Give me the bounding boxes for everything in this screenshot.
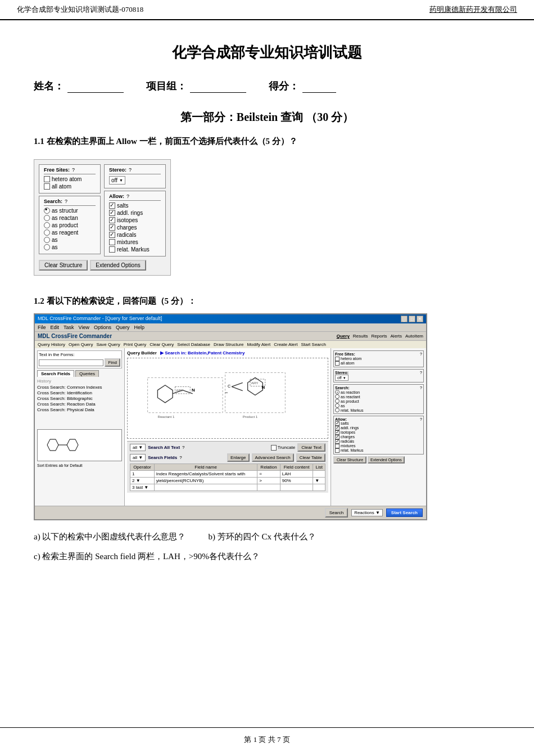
- nav-print-query[interactable]: Print Query: [124, 342, 146, 347]
- menu-task[interactable]: Task: [64, 325, 74, 330]
- search-all-text-select[interactable]: all ▼: [130, 444, 146, 451]
- cross-search-biblio[interactable]: Cross Search: Bibliographic: [37, 396, 122, 401]
- main-title: 化学合成部专业知识培训试题: [34, 43, 500, 62]
- project-input[interactable]: [190, 80, 246, 93]
- table-row: 2 ▼ yield/percent(RCUNYB) > 90% ▼: [130, 478, 325, 484]
- sub-q-b: b) 芳环的四个 Cx 代表什么？: [208, 532, 315, 542]
- extended-options-button[interactable]: Extended Options: [90, 260, 146, 271]
- cross-search-ident[interactable]: Cross Search: Identification: [37, 390, 122, 395]
- nav-create-alert[interactable]: Create Alert: [274, 342, 297, 347]
- allow-salts-cb[interactable]: [109, 202, 115, 209]
- clear-table-btn[interactable]: Clear Table: [296, 453, 325, 462]
- row1-content: LAH: [280, 471, 313, 478]
- hetero-atom-checkbox[interactable]: [44, 176, 50, 182]
- find-btn[interactable]: Find: [105, 358, 120, 367]
- cross-search-physical[interactable]: Cross Search: Physical Data: [37, 407, 122, 412]
- nav-open-query[interactable]: Open Query: [69, 342, 93, 347]
- as-1-radio[interactable]: [44, 237, 50, 243]
- queries-tab[interactable]: Queries: [75, 370, 99, 377]
- minimize-btn[interactable]: _: [401, 316, 408, 322]
- name-input[interactable]: [67, 80, 124, 93]
- tab-results[interactable]: Results: [353, 334, 368, 339]
- close-btn[interactable]: ✕: [417, 316, 423, 322]
- nav-save-query[interactable]: Save Query: [96, 342, 120, 347]
- allow-charges-cb[interactable]: [109, 224, 115, 231]
- all-atom-checkbox[interactable]: [44, 183, 50, 190]
- allow-relat-cb[interactable]: [109, 246, 115, 253]
- right-hetero-cb[interactable]: [335, 357, 340, 361]
- right-as2-radio[interactable]: [335, 403, 340, 408]
- svg-text:N: N: [192, 388, 195, 393]
- allow-radicals-cb[interactable]: [109, 232, 115, 238]
- reactions-select[interactable]: Reactions ▼: [351, 509, 383, 516]
- nav-clear-query[interactable]: Clear Query: [150, 342, 174, 347]
- search-fields-tab[interactable]: Search Fields: [37, 370, 74, 377]
- right-all-atom-cb[interactable]: [335, 361, 340, 366]
- maximize-btn[interactable]: □: [409, 316, 415, 322]
- structure-preview-left: [37, 429, 122, 461]
- nav-draw-structure[interactable]: Draw Structure: [214, 342, 243, 347]
- right-rad-cb[interactable]: ✓: [335, 439, 340, 444]
- menu-edit[interactable]: Edit: [51, 325, 60, 330]
- tab-autoitem[interactable]: AutoItem: [405, 334, 423, 339]
- right-stereo-select[interactable]: off ▼: [335, 375, 349, 381]
- allow-isotopes-cb[interactable]: [109, 217, 115, 223]
- hetero-atom-row: hetero atom: [44, 176, 96, 182]
- start-search-btn[interactable]: Start Search: [386, 508, 423, 517]
- menu-help[interactable]: Help: [134, 325, 144, 330]
- right-relat-row: relat. Markus: [335, 408, 422, 412]
- as-reagent-row: as reagent: [44, 230, 96, 236]
- nav-start-search[interactable]: Start Search: [301, 342, 325, 347]
- right-as-reaction-radio[interactable]: •: [335, 390, 340, 394]
- name-field: 姓名：: [34, 79, 124, 93]
- as-reactant-label: as reactan: [52, 215, 78, 221]
- stereo-select[interactable]: off: [109, 176, 125, 184]
- allow-mixtures-cb[interactable]: [109, 239, 115, 245]
- right-relat-radio[interactable]: [335, 408, 340, 412]
- svg-line-10: [232, 382, 243, 386]
- right-as-reaction-row: • as reaction: [335, 390, 422, 394]
- as-structure-radio[interactable]: [44, 208, 50, 214]
- all-atom-row: all atom: [44, 183, 96, 190]
- text-search-input[interactable]: [39, 359, 103, 366]
- mdl-logo: MDL CrossFire Commander: [38, 333, 112, 339]
- right-clear-structure-btn[interactable]: Clear Structure: [333, 456, 366, 464]
- svg-rect-18: [148, 377, 223, 412]
- cross-search-reaction[interactable]: Cross Search: Reaction Data: [37, 402, 122, 407]
- truncate-cb[interactable]: [271, 445, 277, 451]
- allow-addl-rings-cb[interactable]: [109, 210, 115, 216]
- search-fields-select[interactable]: all ▼: [130, 454, 146, 461]
- as-reagent-radio[interactable]: [44, 230, 50, 236]
- right-mix-cb[interactable]: [335, 444, 340, 448]
- tab-alerts[interactable]: Alerts: [391, 334, 402, 339]
- menu-view[interactable]: View: [79, 325, 89, 330]
- tab-query[interactable]: Query: [337, 334, 350, 339]
- nav-query-history[interactable]: Query History: [38, 342, 65, 347]
- allow-charges-label: charges: [117, 224, 137, 231]
- as-product-radio[interactable]: [44, 222, 50, 228]
- score-input[interactable]: [302, 80, 336, 93]
- right-relat-allow-cb[interactable]: [335, 448, 340, 453]
- clear-structure-button[interactable]: Clear Structure: [39, 260, 88, 271]
- cross-search-common[interactable]: Cross Search: Common Indexes: [37, 385, 122, 390]
- right-as-product-radio[interactable]: [335, 399, 340, 403]
- right-extended-btn[interactable]: Extended Options: [368, 456, 405, 464]
- menu-options[interactable]: Options: [94, 325, 111, 330]
- as-2-radio[interactable]: [44, 244, 50, 250]
- as-structure-label: as structur: [52, 208, 78, 214]
- advanced-search-btn[interactable]: Advanced Search: [252, 453, 294, 462]
- menu-file[interactable]: File: [38, 325, 46, 330]
- tab-reports[interactable]: Reports: [372, 334, 387, 339]
- allow-mixtures-row: mixtures: [109, 239, 161, 245]
- nav-modify-alert[interactable]: Modify Alert: [247, 342, 270, 347]
- right-as-reactant-radio[interactable]: [335, 394, 340, 399]
- search-btn[interactable]: Search: [325, 508, 348, 518]
- as-reactant-radio[interactable]: [44, 215, 50, 221]
- clear-text-btn[interactable]: Clear Text: [297, 443, 325, 452]
- nav-select-db[interactable]: Select Database: [177, 342, 210, 347]
- menu-query[interactable]: Query: [116, 325, 130, 330]
- all-atom-label: all atom: [52, 183, 71, 190]
- enlarge-btn[interactable]: Enlarge: [227, 453, 250, 462]
- svg-marker-12: [248, 377, 263, 395]
- col-field-content: Field content: [280, 464, 313, 471]
